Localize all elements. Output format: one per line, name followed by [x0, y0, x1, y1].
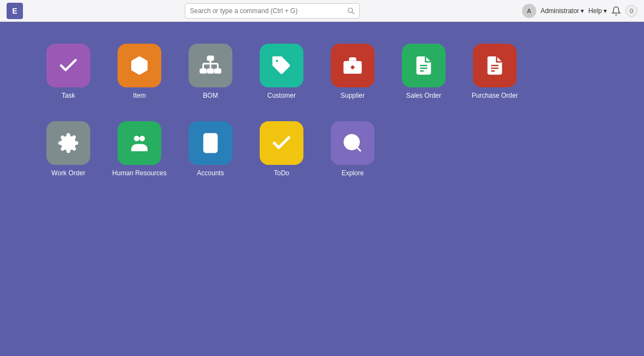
- item-label: Item: [133, 92, 145, 99]
- help-dropdown-icon: ▾: [604, 7, 607, 15]
- app-item-sales-order[interactable]: Sales Order: [388, 44, 459, 99]
- bom-label: BOM: [203, 92, 218, 99]
- app-row-1: Task Item: [33, 44, 611, 105]
- app-item-item[interactable]: Item: [104, 44, 175, 99]
- bom-icon: [189, 44, 232, 87]
- help-label: Help: [588, 7, 602, 15]
- work-order-icon: [46, 121, 90, 165]
- bell-icon: [611, 6, 621, 16]
- app-item-supplier[interactable]: Supplier: [317, 44, 388, 99]
- svg-rect-2: [208, 56, 213, 60]
- app-row-2: Work Order Human Resources: [33, 121, 611, 182]
- app-item-task[interactable]: Task: [33, 44, 104, 99]
- header: E A Administrator ▾ Help ▾: [0, 0, 644, 22]
- human-resources-icon: [118, 121, 161, 165]
- logo-button[interactable]: E: [7, 3, 23, 19]
- search-icon: [347, 7, 355, 15]
- explore-label: Explore: [342, 169, 364, 177]
- svg-point-22: [134, 136, 139, 141]
- explore-icon: [331, 121, 374, 165]
- svg-rect-24: [204, 134, 216, 152]
- svg-rect-3: [201, 69, 206, 73]
- search-input[interactable]: [190, 7, 344, 15]
- todo-label: ToDo: [274, 169, 289, 177]
- notification-button[interactable]: [611, 6, 621, 16]
- svg-rect-5: [215, 69, 220, 73]
- help-menu-button[interactable]: Help ▾: [588, 7, 607, 15]
- avatar: A: [522, 4, 536, 18]
- search-bar: [185, 3, 360, 19]
- main-content: Task Item: [0, 22, 644, 204]
- app-item-todo[interactable]: ToDo: [246, 121, 317, 177]
- accounts-icon: [189, 121, 232, 165]
- app-item-explore[interactable]: Explore: [317, 121, 388, 177]
- header-right: A Administrator ▾ Help ▾ 0: [522, 4, 637, 18]
- supplier-icon: [331, 44, 374, 87]
- todo-icon: [260, 121, 303, 165]
- app-item-bom[interactable]: BOM: [175, 44, 246, 99]
- app-item-human-resources[interactable]: Human Resources: [104, 121, 175, 177]
- admin-dropdown-icon: ▾: [581, 7, 584, 15]
- accounts-label: Accounts: [197, 169, 224, 177]
- app-item-purchase-order[interactable]: Purchase Order: [459, 44, 530, 99]
- customer-icon: [260, 44, 303, 87]
- app-item-customer[interactable]: Customer: [246, 44, 317, 99]
- sales-order-label: Sales Order: [406, 92, 441, 99]
- task-label: Task: [62, 92, 75, 99]
- app-item-accounts[interactable]: Accounts: [175, 121, 246, 177]
- svg-point-0: [348, 8, 353, 12]
- human-resources-label: Human Resources: [112, 169, 166, 177]
- work-order-label: Work Order: [51, 169, 85, 177]
- svg-point-23: [139, 136, 145, 141]
- purchase-order-icon: [473, 44, 517, 87]
- app-item-work-order[interactable]: Work Order: [33, 121, 104, 177]
- customer-label: Customer: [267, 92, 296, 99]
- search-container: [28, 3, 517, 19]
- notification-count-badge[interactable]: 0: [625, 5, 637, 17]
- svg-line-1: [352, 12, 354, 14]
- task-icon: [46, 44, 90, 87]
- purchase-order-label: Purchase Order: [472, 92, 518, 99]
- svg-rect-4: [208, 69, 213, 73]
- admin-menu-button[interactable]: Administrator ▾: [541, 7, 584, 15]
- search-button[interactable]: [347, 7, 355, 15]
- supplier-label: Supplier: [341, 92, 365, 99]
- item-icon: [118, 44, 161, 87]
- admin-label: Administrator: [541, 7, 579, 15]
- sales-order-icon: [402, 44, 446, 87]
